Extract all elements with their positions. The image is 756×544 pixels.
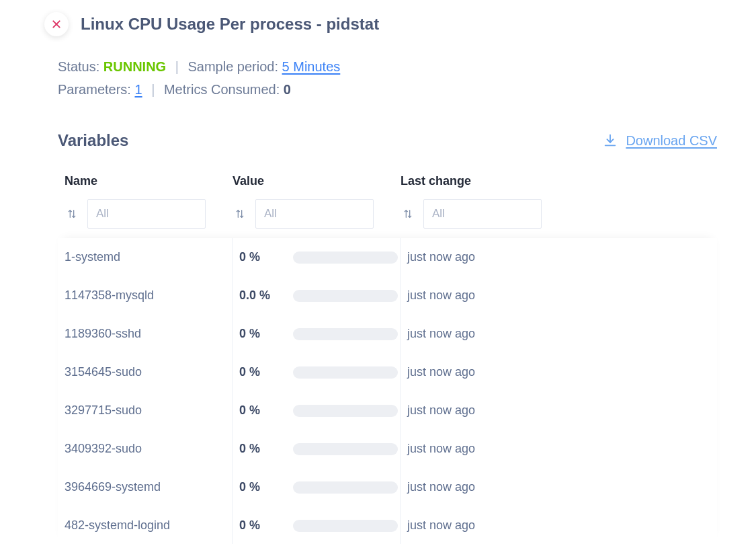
table-row: 1189360-sshd0 %just now ago: [58, 315, 717, 353]
cell-name: 3154645-sudo: [65, 353, 233, 391]
sort-icon: [235, 208, 245, 220]
divider: |: [151, 82, 155, 97]
cell-value: 0 %: [233, 315, 401, 353]
cell-value: 0 %: [233, 238, 401, 276]
value-text: 0 %: [239, 250, 281, 264]
filter-last-input[interactable]: [423, 199, 542, 229]
status-label: Status:: [58, 59, 103, 74]
cell-value: 0 %: [233, 506, 401, 544]
parameters-link[interactable]: 1: [134, 82, 142, 97]
value-bar: [293, 366, 398, 379]
cell-name: 1189360-sshd: [65, 315, 233, 353]
value-text: 0 %: [239, 442, 281, 456]
cell-name: 3964669-systemd: [65, 468, 233, 506]
sample-period-label: Sample period:: [187, 59, 282, 74]
table-row: 3297715-sudo0 %just now ago: [58, 391, 717, 430]
table-row: 1-systemd0 %just now ago: [58, 238, 717, 276]
cell-last-change: just now ago: [401, 442, 710, 456]
table-row: 3964669-systemd0 %just now ago: [58, 468, 717, 506]
table-row: 482-systemd-logind0 %just now ago: [58, 506, 717, 544]
value-text: 0.0 %: [239, 288, 281, 303]
filter-value-input[interactable]: [255, 199, 374, 229]
value-bar: [293, 290, 398, 302]
table-row: 3154645-sudo0 %just now ago: [58, 353, 717, 391]
value-bar: [293, 328, 398, 340]
table-row: 3409392-sudo0 %just now ago: [58, 430, 717, 468]
value-text: 0 %: [239, 480, 281, 494]
value-text: 0 %: [239, 403, 281, 418]
cell-name: 1147358-mysqld: [65, 276, 233, 315]
value-text: 0 %: [239, 327, 281, 341]
cell-last-change: just now ago: [401, 480, 710, 494]
close-icon: [51, 19, 62, 30]
close-button[interactable]: [44, 12, 69, 36]
metrics-value: 0: [284, 82, 291, 97]
value-bar: [293, 251, 398, 264]
cell-value: 0 %: [233, 353, 401, 391]
download-csv-link[interactable]: Download CSV: [603, 133, 717, 149]
sort-icon: [403, 208, 413, 220]
value-bar: [293, 443, 398, 455]
cell-last-change: just now ago: [401, 403, 710, 418]
cell-name: 3297715-sudo: [65, 391, 233, 430]
cell-name: 3409392-sudo: [65, 430, 233, 468]
value-bar: [293, 405, 398, 417]
sort-value-button[interactable]: [233, 208, 247, 220]
col-header-last-change: Last change: [401, 174, 710, 188]
cell-last-change: just now ago: [401, 327, 710, 341]
cell-last-change: just now ago: [401, 365, 710, 379]
cell-name: 1-systemd: [65, 238, 233, 276]
download-icon: [603, 133, 618, 148]
cell-last-change: just now ago: [401, 250, 710, 264]
col-header-value: Value: [233, 174, 401, 188]
cell-value: 0 %: [233, 391, 401, 430]
value-bar: [293, 481, 398, 494]
cell-value: 0 %: [233, 468, 401, 506]
download-csv-label: Download CSV: [626, 133, 717, 149]
sort-last-button[interactable]: [401, 208, 415, 220]
cell-name: 482-systemd-logind: [65, 506, 233, 544]
sort-name-button[interactable]: [65, 208, 79, 220]
variables-title: Variables: [58, 131, 128, 150]
cell-last-change: just now ago: [401, 518, 710, 533]
sort-icon: [67, 208, 77, 220]
cell-value: 0 %: [233, 430, 401, 468]
table-row: 1147358-mysqld0.0 %just now ago: [58, 276, 717, 315]
parameters-label: Parameters:: [58, 82, 134, 97]
value-text: 0 %: [239, 365, 281, 379]
cell-last-change: just now ago: [401, 288, 710, 303]
metrics-label: Metrics Consumed:: [164, 82, 284, 97]
value-bar: [293, 520, 398, 532]
variables-table: Name Value Last change: [58, 174, 717, 544]
page-title: Linux CPU Usage Per process - pidstat: [81, 15, 379, 34]
col-header-name: Name: [65, 174, 233, 188]
status-panel: Status: RUNNING | Sample period: 5 Minut…: [58, 55, 717, 101]
value-text: 0 %: [239, 518, 281, 533]
sample-period-link[interactable]: 5 Minutes: [282, 59, 341, 74]
status-value: RUNNING: [103, 59, 166, 74]
divider: |: [175, 59, 179, 74]
filter-name-input[interactable]: [87, 199, 206, 229]
cell-value: 0.0 %: [233, 276, 401, 315]
